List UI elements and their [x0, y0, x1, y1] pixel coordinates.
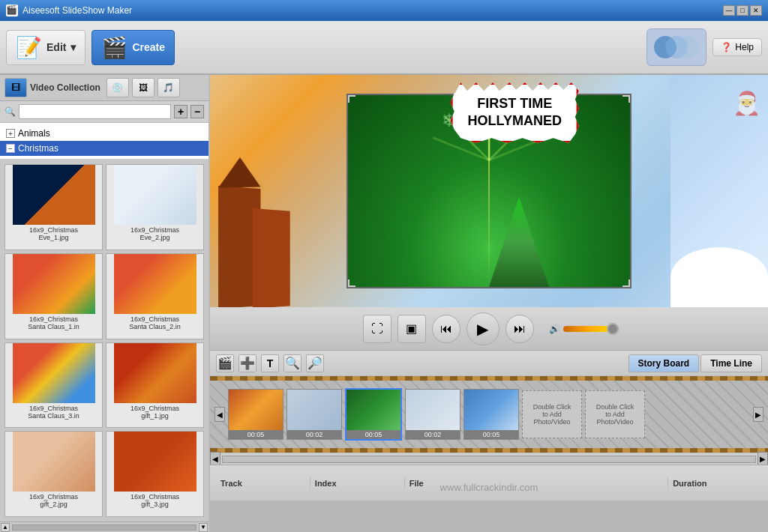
- create-button[interactable]: 🎬 Create: [92, 30, 175, 65]
- christmas-label: Christmas: [18, 143, 58, 154]
- storyboard-empty-slot[interactable]: Double Clickto AddPhoto/Video: [522, 390, 582, 438]
- thumbnail-label: 16x9_ChristmasEve_2.jpg: [129, 225, 181, 243]
- animals-label: Animals: [18, 128, 50, 139]
- zoom-out-tool-button[interactable]: 🔎: [306, 354, 324, 372]
- storyboard-tab[interactable]: Story Board: [628, 354, 700, 372]
- resize-handle-br[interactable]: [622, 279, 630, 287]
- file-tree: + Animals − Christmas: [0, 123, 208, 160]
- storyboard-time: 00:02: [287, 430, 341, 439]
- storyboard-item[interactable]: 00:05: [228, 389, 284, 440]
- list-item[interactable]: 16x9_ChristmasSanta Claus_2.in: [106, 253, 204, 339]
- left-panel: 🎞 Video Collection 💿 🖼 🎵 🔍 + − + Ani: [0, 75, 210, 532]
- search-input[interactable]: [19, 104, 171, 119]
- music-icon: 🎵: [163, 82, 174, 93]
- thumbnail-label: 16x9_ChristmasSanta Claus_2.in: [128, 314, 182, 332]
- resize-handle-bl[interactable]: [348, 279, 356, 287]
- bubble-line2: HOLLYMANED: [468, 113, 562, 128]
- thumbnail-label: 16x9_Christmasgift_2.jpg: [28, 492, 80, 510]
- aspect-ratio-button[interactable]: ▣: [398, 315, 426, 343]
- resize-handle-tr[interactable]: [622, 95, 630, 103]
- close-button[interactable]: ✕: [750, 5, 762, 16]
- thumbnail-label: 16x9_ChristmasSanta Claus_3.in: [26, 403, 81, 421]
- storyboard-thumbnail: [287, 390, 341, 430]
- tree-item-christmas[interactable]: − Christmas: [0, 141, 208, 156]
- minus-button[interactable]: −: [190, 105, 204, 118]
- video-collection-tab[interactable]: 🎞: [4, 78, 27, 97]
- storyboard-empty-slot[interactable]: Double Clickto AddPhoto/Video: [585, 390, 645, 438]
- track-header-duration: Duration: [668, 477, 762, 489]
- storyboard-item[interactable]: 00:05: [345, 388, 402, 441]
- main-area: 🎞 Video Collection 💿 🖼 🎵 🔍 + − + Ani: [0, 75, 768, 532]
- tree-item-animals[interactable]: + Animals: [0, 126, 208, 141]
- volume-slider[interactable]: [563, 326, 616, 332]
- skip-back-button[interactable]: ⏮: [432, 315, 460, 343]
- search-icon: 🔍: [4, 106, 16, 117]
- edit-button[interactable]: 📝 Edit ▾: [6, 30, 86, 65]
- resize-handle-tl[interactable]: [348, 95, 356, 103]
- music-tab[interactable]: 🎵: [158, 78, 180, 97]
- image-tab[interactable]: 🖼: [132, 78, 154, 97]
- storyboard-item[interactable]: 00:05: [464, 389, 519, 440]
- list-item[interactable]: 16x9_ChristmasEve_1.jpg: [4, 164, 103, 250]
- tree-toggle-animals[interactable]: +: [6, 129, 15, 138]
- vertical-scrollbar[interactable]: ▲ ▼: [0, 522, 208, 532]
- play-button[interactable]: ▶: [466, 312, 500, 345]
- image-icon: 🖼: [139, 82, 148, 93]
- app-title: Aiseesoft SlideShow Maker: [22, 5, 723, 16]
- list-item[interactable]: 16x9_Christmasgift_1.jpg: [106, 342, 204, 429]
- preview-right-scene: 🎅: [670, 75, 768, 307]
- scroll-left-arrow[interactable]: ◀: [214, 407, 225, 422]
- storyboard-time: 00:05: [464, 430, 518, 439]
- preview-area: 🎅 FIRST TIME HOLLYMANED ❄ ❅ ❄ ❅ ❄: [210, 75, 768, 307]
- transition-tool-button[interactable]: ➕: [238, 354, 256, 372]
- track-header-file: File: [405, 477, 669, 489]
- search-bar: 🔍 + −: [0, 101, 208, 123]
- preview-left-scene: [210, 75, 308, 307]
- list-item[interactable]: 16x9_ChristmasEve_2.jpg: [106, 164, 204, 250]
- storyboard-item[interactable]: 00:02: [286, 389, 342, 440]
- fit-frame-button[interactable]: ⛶: [363, 315, 392, 343]
- list-item[interactable]: 16x9_Christmasgift_2.jpg: [4, 431, 103, 517]
- edit-icon: 📝: [16, 35, 42, 60]
- window-controls: — □ ✕: [723, 5, 762, 16]
- storyboard-inner: ◀ 00:05 00:02 00:05: [210, 381, 768, 448]
- thumbnail-image: [114, 432, 196, 492]
- thumbnail-image: [13, 254, 95, 314]
- storyboard-thumbnail: [346, 390, 400, 430]
- scroll-right-arrow[interactable]: ▶: [753, 407, 764, 422]
- horizontal-scrollbar[interactable]: ◀ ▶: [210, 453, 768, 465]
- collection-tabs: 🎞 Video Collection 💿 🖼 🎵: [0, 75, 208, 101]
- view-tabs: Story Board Time Line: [628, 354, 762, 372]
- skip-forward-button[interactable]: ⏭: [506, 315, 534, 343]
- app-logo: [646, 28, 706, 66]
- list-item[interactable]: 16x9_Christmasgift_3.jpg: [106, 431, 204, 517]
- help-button[interactable]: ❓ Help: [712, 38, 762, 56]
- disc-icon: 💿: [112, 82, 123, 93]
- speech-bubble: FIRST TIME HOLLYMANED: [451, 82, 579, 143]
- storyboard-time: 00:05: [229, 430, 283, 439]
- storyboard-time: 00:02: [406, 430, 460, 439]
- list-item[interactable]: 16x9_ChristmasSanta Claus_3.in: [4, 342, 103, 429]
- track-columns: Track Index File Duration: [210, 477, 768, 489]
- timeline-tab[interactable]: Time Line: [700, 354, 762, 372]
- thumbnails-grid: 16x9_ChristmasEve_1.jpg 16x9_ChristmasEv…: [0, 160, 208, 522]
- volume-control: 🔊: [549, 324, 616, 334]
- text-tool-button[interactable]: T: [261, 354, 279, 372]
- zoom-in-tool-button[interactable]: 🔍: [284, 354, 302, 372]
- empty-slot-label: Double Clickto AddPhoto/Video: [530, 400, 574, 429]
- thumbnail-label: 16x9_Christmasgift_3.jpg: [129, 492, 181, 510]
- storyboard-thumbnail: [464, 390, 518, 430]
- scroll-track[interactable]: [222, 456, 756, 463]
- minimize-button[interactable]: —: [723, 5, 735, 16]
- playback-controls: ⛶ ▣ ⏮ ▶ ⏭ 🔊: [210, 307, 768, 351]
- storyboard-item[interactable]: 00:02: [405, 389, 460, 440]
- maximize-button[interactable]: □: [736, 5, 748, 16]
- add-button[interactable]: +: [174, 105, 188, 118]
- disc-tab[interactable]: 💿: [106, 78, 129, 97]
- edit-label: Edit: [46, 41, 66, 53]
- tree-toggle-christmas[interactable]: −: [6, 144, 15, 153]
- list-item[interactable]: 16x9_ChristmasSanta Claus_1.in: [4, 253, 103, 339]
- create-icon: 🎬: [101, 35, 128, 60]
- right-panel: 🎅 FIRST TIME HOLLYMANED ❄ ❅ ❄ ❅ ❄: [210, 75, 768, 532]
- scene-tool-button[interactable]: 🎬: [216, 354, 234, 372]
